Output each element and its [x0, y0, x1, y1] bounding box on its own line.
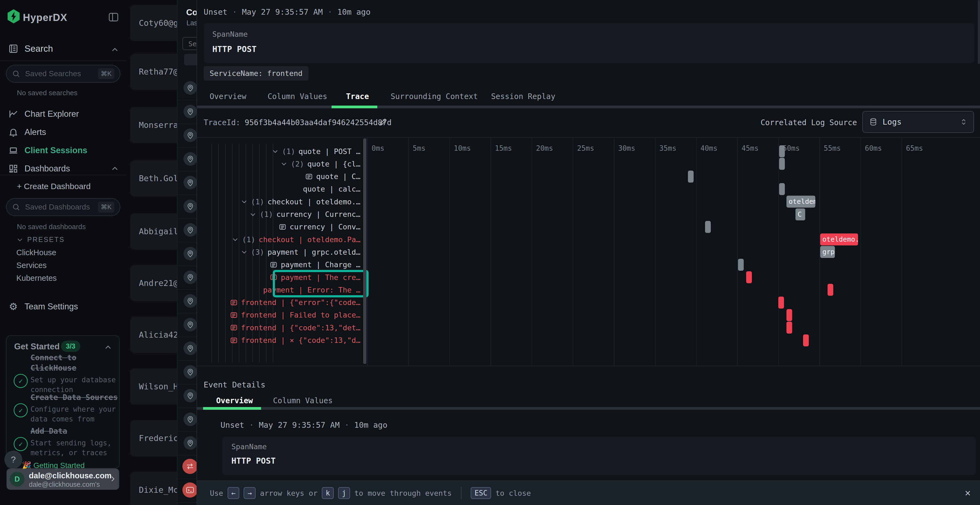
- location-pin-icon[interactable]: [183, 294, 197, 308]
- trace-span-row[interactable]: frontend | {"code":13,"det…: [230, 321, 360, 334]
- location-pin-icon[interactable]: [183, 341, 197, 355]
- saved-searches-search[interactable]: ⌘K: [6, 65, 120, 83]
- session-card[interactable]: Andre21@: [130, 265, 177, 301]
- location-pin-icon[interactable]: [183, 199, 197, 213]
- location-pin-icon[interactable]: [183, 152, 197, 166]
- preset-item-kubernetes[interactable]: Kubernetes: [16, 274, 57, 283]
- location-pin-icon[interactable]: [183, 436, 197, 450]
- session-filter-button[interactable]: [184, 54, 197, 65]
- location-pin-icon[interactable]: [183, 389, 197, 402]
- trace-span-row[interactable]: (1) currency | Currenc…: [249, 208, 360, 221]
- span-duration-bar[interactable]: [746, 271, 752, 283]
- presets-toggle[interactable]: PRESETS: [16, 236, 65, 243]
- no-saved-dashboards-note: No saved dashboards: [17, 222, 86, 231]
- location-pin-icon[interactable]: [183, 318, 197, 332]
- session-search-box[interactable]: [182, 37, 197, 50]
- span-duration-bar[interactable]: [778, 297, 784, 308]
- trace-span-row[interactable]: payment | Charge …: [270, 259, 360, 271]
- location-pin-icon[interactable]: [183, 223, 197, 237]
- span-duration-bar[interactable]: oteldemo.: [820, 233, 858, 245]
- session-card[interactable]: Coty60@g: [130, 5, 177, 41]
- sidebar-section-search[interactable]: Search: [0, 40, 127, 57]
- event-details-tab-column-values[interactable]: Column Values: [273, 394, 332, 408]
- span-duration-bar[interactable]: [738, 259, 744, 271]
- create-dashboard-button[interactable]: + Create Dashboard: [17, 182, 91, 191]
- span-duration-bar[interactable]: oteldem: [786, 195, 815, 208]
- terminal-icon[interactable]: [182, 483, 197, 498]
- location-pin-icon[interactable]: [183, 129, 197, 142]
- trace-span-row[interactable]: (1) quote | POST …: [272, 145, 360, 157]
- trace-span-row[interactable]: quote | calc…: [303, 183, 360, 195]
- session-card[interactable]: Frederic: [130, 420, 177, 456]
- tree-indent-guide: [225, 144, 226, 362]
- location-pin-icon[interactable]: [183, 270, 197, 284]
- sidebar-item-alerts[interactable]: Alerts: [0, 124, 127, 141]
- help-button[interactable]: ?: [4, 451, 22, 468]
- span-duration-bar[interactable]: [779, 158, 785, 170]
- trace-span-row[interactable]: currency | Conv…: [279, 221, 360, 233]
- session-card[interactable]: Alicia42: [130, 317, 177, 353]
- sidebar-item-client-sessions[interactable]: Client Sessions: [0, 142, 127, 159]
- trace-span-row[interactable]: frontend | Failed to place…: [230, 309, 360, 321]
- session-card[interactable]: Dixie_Mc: [130, 472, 177, 505]
- span-name-card: SpanName HTTP POST: [223, 437, 976, 475]
- trace-span-row[interactable]: (2) quote | {cl…: [280, 157, 360, 170]
- span-duration-bar[interactable]: [786, 322, 792, 333]
- session-name: Andre21@: [139, 265, 177, 301]
- page-scrollbar[interactable]: [978, 0, 980, 64]
- span-duration-bar[interactable]: [779, 145, 785, 157]
- span-duration-bar[interactable]: [705, 221, 711, 233]
- saved-dashboards-search[interactable]: ⌘K: [6, 198, 120, 216]
- sidebar: HyperDX Search ⌘K No saved searches Char…: [0, 0, 127, 505]
- waterfall-scrollbar[interactable]: [363, 138, 366, 364]
- trace-side-panel: Unset · May 27 9:35:57 AM · 10m ago Span…: [197, 0, 980, 505]
- sidebar-item-chart-explorer[interactable]: Chart Explorer: [0, 106, 127, 122]
- preset-item-services[interactable]: Services: [16, 261, 46, 270]
- trace-span-row[interactable]: frontend | {"error":{"code…: [230, 296, 360, 309]
- session-name: Monserra: [139, 107, 177, 143]
- span-duration-bar[interactable]: [786, 309, 792, 321]
- trace-span-row[interactable]: (3) payment | grpc.oteld…: [241, 246, 360, 258]
- preset-item-clickhouse[interactable]: ClickHouse: [16, 248, 56, 257]
- span-duration-bar[interactable]: [688, 171, 694, 183]
- session-search-input[interactable]: [188, 40, 197, 48]
- session-card[interactable]: Beth.Gol: [130, 160, 177, 197]
- location-pin-icon[interactable]: [183, 105, 197, 118]
- session-card[interactable]: Abbigail: [130, 213, 177, 249]
- trace-span-row[interactable]: quote | C…: [305, 170, 360, 183]
- selected-span-highlight: [273, 270, 369, 297]
- trace-span-row[interactable]: (1) checkout | oteldemo.Pa…: [232, 233, 360, 246]
- sidebar-item-team-settings[interactable]: ⚙ Team Settings: [0, 298, 127, 315]
- saved-dashboards-input[interactable]: [24, 202, 94, 212]
- active-tab-underline: [203, 407, 261, 410]
- collapse-sidebar-button[interactable]: [108, 11, 119, 23]
- span-duration-bar[interactable]: grp: [820, 246, 835, 258]
- session-card[interactable]: Wilson_H: [130, 368, 177, 405]
- search-icon: [12, 70, 20, 78]
- location-pin-icon[interactable]: [183, 247, 197, 260]
- session-event-row: [178, 242, 197, 266]
- trace-span-row[interactable]: (1) checkout | oteldemo.…: [241, 195, 360, 208]
- location-pin-icon[interactable]: [183, 176, 197, 189]
- saved-searches-input[interactable]: [24, 69, 94, 78]
- chevron-up-icon[interactable]: [104, 343, 112, 351]
- session-event-row: [178, 124, 197, 148]
- span-duration-bar[interactable]: [827, 284, 833, 296]
- location-pin-icon[interactable]: [183, 413, 197, 426]
- check-circle-icon: ✓: [14, 374, 28, 388]
- event-details-tab-overview[interactable]: Overview: [216, 394, 253, 408]
- close-icon[interactable]: ✕: [965, 487, 971, 498]
- location-pin-icon[interactable]: [183, 365, 197, 379]
- location-pin-icon[interactable]: [183, 81, 197, 95]
- span-duration-bar[interactable]: [803, 334, 809, 346]
- swap-arrows-icon[interactable]: [182, 459, 197, 474]
- trace-span-row[interactable]: frontend | × {"code":13,"d…: [230, 334, 360, 347]
- user-menu[interactable]: D dale@clickhouse.com dale@clickhouse.co…: [6, 468, 119, 490]
- gridline: [367, 138, 368, 366]
- gridline: [655, 138, 655, 366]
- span-duration-bar[interactable]: [779, 183, 785, 195]
- session-card[interactable]: Retha77@: [130, 54, 177, 90]
- span-duration-bar[interactable]: C: [795, 208, 805, 221]
- session-card[interactable]: Monserra: [130, 107, 177, 143]
- span-label: quote | POST …: [298, 147, 360, 156]
